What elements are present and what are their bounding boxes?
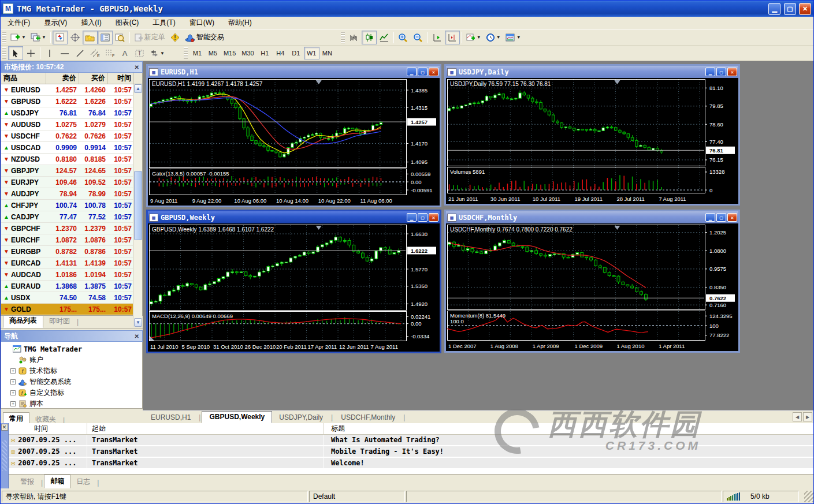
cursor-tool[interactable] bbox=[8, 46, 23, 60]
market-watch-row[interactable]: ▼AUDCAD1.01861.019410:57 bbox=[1, 269, 142, 281]
text-label-tool[interactable]: T bbox=[132, 46, 147, 60]
candlestick-button[interactable] bbox=[362, 31, 377, 44]
crosshair-tool[interactable] bbox=[23, 46, 38, 60]
market-watch-row[interactable]: ▼USDCHF0.76220.762610:57 bbox=[1, 130, 142, 142]
timeframe-d1[interactable]: D1 bbox=[288, 47, 304, 59]
market-watch-row[interactable]: ▲CADJPY77.4777.5210:57 bbox=[1, 211, 142, 223]
market-watch-row[interactable]: ▼EURGBP0.87820.878610:57 bbox=[1, 246, 142, 257]
scrollbar-thumb[interactable] bbox=[134, 171, 142, 240]
menu-item-5[interactable]: 窗口(W) bbox=[183, 16, 221, 29]
chart-window-titlebar[interactable]: ▦ GBPUSD,Weekly ▁▢✕ bbox=[148, 211, 440, 223]
bar-chart-button[interactable] bbox=[347, 31, 362, 44]
navigator-header[interactable]: 导航 ✕ bbox=[1, 330, 143, 342]
tree-item-script[interactable]: +脚本 bbox=[5, 398, 142, 409]
chart-close-button[interactable]: ✕ bbox=[727, 213, 737, 222]
market-watch-row[interactable]: ▼EURJPY109.46109.5210:57 bbox=[1, 177, 142, 188]
new-chart-button[interactable]: ▼ bbox=[8, 31, 28, 44]
vertical-line-tool[interactable] bbox=[42, 46, 57, 60]
market-watch-row[interactable]: ▲EURAUD1.38681.387510:57 bbox=[1, 281, 142, 292]
toolbar-grip[interactable] bbox=[2, 32, 6, 43]
chart-minimize-button[interactable]: ▁ bbox=[705, 68, 715, 76]
timeframe-m5[interactable]: M5 bbox=[205, 47, 221, 59]
chart-window-titlebar[interactable]: ▦ USDJPY,Daily ▁▢✕ bbox=[446, 66, 738, 78]
navigator-close-icon[interactable]: ✕ bbox=[135, 333, 139, 339]
market-watch-header[interactable]: 市场报价: 10:57:42 ✕ bbox=[1, 61, 143, 73]
data-window-button[interactable] bbox=[68, 31, 83, 44]
chart-minimize-button[interactable]: ▁ bbox=[705, 213, 715, 222]
terminal-close-icon[interactable]: ✕ bbox=[1, 424, 8, 431]
resize-grip[interactable] bbox=[804, 491, 813, 502]
chart-minimize-button[interactable]: ▁ bbox=[407, 213, 417, 222]
timeframe-h1[interactable]: H1 bbox=[257, 47, 273, 59]
market-watch-row[interactable]: ▲USDX74.5074.5810:57 bbox=[1, 292, 142, 304]
market-watch-row[interactable]: ▼AUDJPY78.9478.9910:57 bbox=[1, 188, 142, 200]
market-watch-row[interactable]: ▼EURCHF1.08721.087610:57 bbox=[1, 234, 142, 246]
chart-close-button[interactable]: ✕ bbox=[727, 68, 737, 76]
market-watch-row[interactable]: ▲USDCAD0.99090.991410:57 bbox=[1, 142, 142, 154]
scroll-right-icon[interactable]: ▶ bbox=[803, 412, 812, 421]
menu-item-3[interactable]: 图表(C) bbox=[109, 16, 146, 29]
zoom-in-button[interactable] bbox=[396, 31, 411, 44]
profiles-button[interactable]: ▼ bbox=[28, 31, 49, 44]
periods-button[interactable]: ▼ bbox=[484, 31, 503, 44]
chart-window-gbpusd-weekly[interactable]: ▦ GBPUSD,Weekly ▁▢✕ 1.66301.57701.53501.… bbox=[146, 210, 441, 353]
timeframe-h4[interactable]: H4 bbox=[273, 47, 288, 59]
chart-canvas[interactable]: 1.66301.57701.53501.49201.6222GBPUSD,Wee… bbox=[148, 223, 440, 352]
alert-button[interactable]: ! bbox=[168, 31, 183, 44]
mail-row[interactable]: ✉2007.09.25 ...TransMarketMobile Trading… bbox=[9, 446, 814, 458]
menu-item-6[interactable]: 帮助(H) bbox=[221, 16, 259, 29]
chart-tab-eurusd-h1[interactable]: EURUSD,H1 bbox=[144, 412, 198, 423]
market-watch-toggle[interactable] bbox=[53, 31, 68, 44]
market-watch-row[interactable]: ▲CHFJPY100.74100.7810:57 bbox=[1, 200, 142, 211]
chart-window-usdchf-monthly[interactable]: ▦ USDCHF,Monthly ▁▢✕ 1.20251.08000.95750… bbox=[444, 210, 740, 353]
expand-plus-icon[interactable]: + bbox=[10, 379, 16, 384]
auto-scroll-button[interactable] bbox=[430, 31, 445, 44]
scroll-left-icon[interactable]: ◀ bbox=[793, 412, 802, 421]
chart-canvas[interactable]: 81.1079.8578.6077.4076.1576.81USDJPY,Dai… bbox=[446, 78, 738, 204]
line-chart-button[interactable] bbox=[377, 31, 392, 44]
mail-row[interactable]: ✉2007.09.25 ...TransMarketWhat Is Automa… bbox=[9, 435, 814, 446]
trendline-tool[interactable] bbox=[72, 46, 87, 60]
chart-window-titlebar[interactable]: ▦ USDCHF,Monthly ▁▢✕ bbox=[446, 211, 738, 223]
market-watch-row[interactable]: ▼GBPCHF1.23701.237910:57 bbox=[1, 223, 142, 234]
tab-邮箱[interactable]: 邮箱 bbox=[44, 475, 70, 488]
minimize-button[interactable]: ▁ bbox=[768, 3, 780, 15]
market-watch-scrollbar[interactable]: ▲ ▼ bbox=[133, 84, 142, 327]
tree-item-account[interactable]: +账户 bbox=[5, 354, 142, 365]
mail-row[interactable]: ✉2007.09.25 ...TransMarketWelcome! bbox=[9, 458, 814, 469]
zoom-out-button[interactable] bbox=[411, 31, 426, 44]
timeframe-m30[interactable]: M30 bbox=[239, 47, 257, 59]
market-watch-close-icon[interactable]: ✕ bbox=[135, 64, 139, 70]
fibonacci-tool[interactable]: F bbox=[102, 46, 117, 60]
maximize-button[interactable]: ▢ bbox=[784, 3, 796, 15]
arrows-tool[interactable]: ▼ bbox=[147, 46, 167, 60]
menu-item-0[interactable]: 文件(F) bbox=[1, 16, 37, 29]
expand-plus-icon[interactable]: + bbox=[10, 401, 16, 406]
timeframe-w1[interactable]: W1 bbox=[304, 47, 319, 59]
scroll-up-icon[interactable]: ▲ bbox=[134, 84, 142, 93]
chart-maximize-button[interactable]: ▢ bbox=[418, 213, 428, 222]
menu-item-2[interactable]: 插入(I) bbox=[74, 16, 108, 29]
menu-item-1[interactable]: 显示(V) bbox=[37, 16, 74, 29]
templates-button[interactable]: ▼ bbox=[503, 31, 523, 44]
market-watch-row[interactable]: ▼AUDUSD1.02751.027910:57 bbox=[1, 119, 142, 130]
market-watch-row[interactable]: ▼GOLD175...175...10:57 bbox=[1, 304, 142, 315]
toolbar-grip[interactable] bbox=[2, 47, 6, 59]
chart-shift-button[interactable] bbox=[445, 31, 460, 44]
close-button[interactable]: ✕ bbox=[799, 3, 811, 15]
chart-tab-gbpusd-weekly[interactable]: GBPUSD,Weekly bbox=[202, 411, 272, 423]
chart-window-eurusd-h1[interactable]: ▦ EURUSD,H1 ▁▢✕ 1.43851.43151.41701.4095… bbox=[146, 64, 441, 207]
channel-tool[interactable]: E bbox=[87, 46, 102, 60]
new-order-button[interactable]: 新定单 bbox=[132, 31, 168, 44]
tab-即时图[interactable]: 即时图 bbox=[43, 315, 76, 328]
scroll-down-icon[interactable]: ▼ bbox=[134, 318, 142, 327]
status-profile-cell[interactable]: Default bbox=[309, 491, 405, 502]
text-tool[interactable]: A bbox=[117, 46, 132, 60]
tree-item-indicator[interactable]: +f技术指标 bbox=[5, 365, 142, 376]
tree-item-root[interactable]: TMG MetaTrader bbox=[5, 344, 142, 354]
terminal-toggle[interactable] bbox=[98, 31, 113, 44]
market-watch-row[interactable]: ▼EURCAD1.41311.413910:57 bbox=[1, 257, 142, 269]
timeframe-m15[interactable]: M15 bbox=[221, 47, 239, 59]
chart-maximize-button[interactable]: ▢ bbox=[418, 68, 428, 76]
horizontal-line-tool[interactable] bbox=[57, 46, 72, 60]
